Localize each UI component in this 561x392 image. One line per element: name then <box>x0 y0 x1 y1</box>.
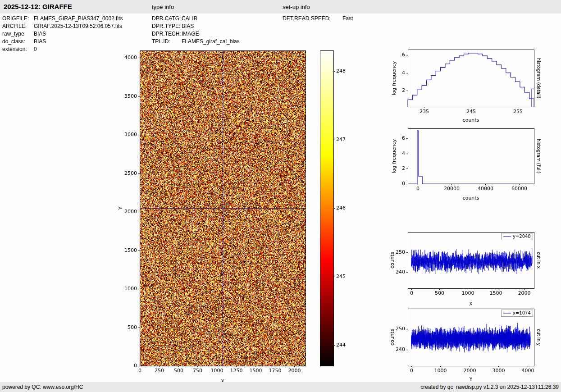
dpr-type-row: DPR.TYPE:BIAS <box>152 23 240 30</box>
extension-value: 0 <box>34 46 37 52</box>
doclass-row: do_class:BIAS <box>2 38 123 46</box>
tpl-id-row: TPL.ID:FLAMES_giraf_cal_bias <box>152 38 240 46</box>
type-info-block: DPR.CATG:CALIB DPR.TYPE:BIAS DPR.TECH:IM… <box>152 15 240 46</box>
origfile-label: ORIGFILE: <box>2 15 34 23</box>
rawtype-value: BIAS <box>34 31 46 37</box>
dpr-tech-label: DPR.TECH: <box>152 30 182 38</box>
hist-detail-plot <box>388 45 545 124</box>
read-speed-row: DET.READ.SPEED:Fast <box>283 15 353 23</box>
extension-label: extension: <box>2 46 34 53</box>
footer-created-by: created by qc_rawdisp.py v1.2.3 on 2025-… <box>420 382 559 392</box>
setup-info-block: DET.READ.SPEED:Fast <box>283 15 353 23</box>
setup-info-heading: set-up info <box>283 4 310 10</box>
extension-row: extension:0 <box>2 46 123 53</box>
read-speed-label: DET.READ.SPEED: <box>283 15 342 23</box>
origfile-row: ORIGFILE:FLAMES_GIRAF_BIAS347_0002.fits <box>2 15 123 23</box>
type-info-heading: type info <box>152 4 174 10</box>
arcfile-value: GIRAF.2025-12-13T09:52:06.057.fits <box>34 23 122 29</box>
page-title: 2025-12-12: GIRAFFE <box>4 3 72 10</box>
origfile-value: FLAMES_GIRAF_BIAS347_0002.fits <box>34 15 123 22</box>
arcfile-label: ARCFILE: <box>2 23 34 30</box>
doclass-label: do_class: <box>2 38 34 46</box>
dpr-tech-value: IMAGE <box>182 31 199 37</box>
tpl-id-label: TPL.ID: <box>152 38 182 46</box>
dpr-catg-value: CALIB <box>182 15 197 22</box>
footer-bar: powered by QC: www.eso.org/HC created by… <box>0 382 561 392</box>
cut-x-plot <box>388 228 545 311</box>
dpr-type-value: BIAS <box>182 23 194 29</box>
arcfile-row: ARCFILE:GIRAF.2025-12-13T09:52:06.057.fi… <box>2 23 123 30</box>
footer-powered-by: powered by QC: www.eso.org/HC <box>2 382 83 392</box>
doclass-value: BIAS <box>34 38 46 45</box>
colorbar <box>315 45 354 372</box>
tpl-id-value: FLAMES_giraf_cal_bias <box>182 38 240 45</box>
raw-image-plot <box>117 45 315 387</box>
rawtype-row: raw_type:BIAS <box>2 30 123 38</box>
dpr-type-label: DPR.TYPE: <box>152 23 182 30</box>
rawtype-label: raw_type: <box>2 30 34 38</box>
read-speed-value: Fast <box>342 15 353 22</box>
file-info-block: ORIGFILE:FLAMES_GIRAF_BIAS347_0002.fits … <box>2 15 123 53</box>
dpr-catg-label: DPR.CATG: <box>152 15 182 23</box>
cut-y-plot <box>388 304 545 383</box>
hist-full-plot <box>388 124 545 205</box>
dpr-tech-row: DPR.TECH:IMAGE <box>152 30 240 38</box>
qc-report-page: 2025-12-12: GIRAFFE type info set-up inf… <box>0 0 561 392</box>
dpr-catg-row: DPR.CATG:CALIB <box>152 15 240 23</box>
header-bar: 2025-12-12: GIRAFFE type info set-up inf… <box>0 0 561 14</box>
